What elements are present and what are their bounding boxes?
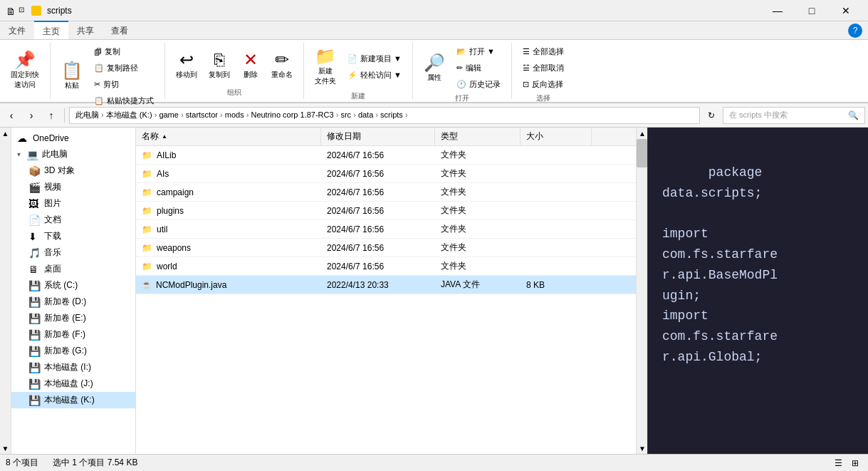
- sidebar-item-music[interactable]: 🎵 音乐: [11, 244, 135, 261]
- select-all-button[interactable]: ☰ 全部选择: [518, 44, 569, 59]
- history-button[interactable]: 🕐 历史记录: [451, 77, 506, 92]
- invert-select-button[interactable]: ⊡ 反向选择: [518, 77, 569, 92]
- folder-icon: 📁: [142, 187, 152, 197]
- sidebar-item-onedrive[interactable]: ☁ OneDrive: [11, 130, 135, 146]
- move-to-button[interactable]: ↩ 移动到: [171, 48, 202, 83]
- preview-scroll-track[interactable]: [637, 139, 647, 442]
- edit-button[interactable]: ✏ 编辑: [451, 61, 506, 76]
- forward-button[interactable]: ›: [23, 107, 40, 124]
- copy-icon: 🗐: [94, 48, 102, 56]
- main-area: ▲ ▼ ☁ OneDrive ▾ 💻 此电脑 📦 3D 对象 🎬 视频: [0, 128, 868, 454]
- table-row[interactable]: ☕ NCModPlugin.java 2022/4/13 20:33 JAVA …: [136, 276, 636, 294]
- tab-view[interactable]: 查看: [103, 21, 137, 39]
- bc-scripts[interactable]: scripts: [380, 110, 403, 119]
- sidebar-item-localK[interactable]: 💾 本地磁盘 (K:): [11, 392, 135, 408]
- bc-k[interactable]: 本地磁盘 (K:): [106, 110, 152, 119]
- tab-home[interactable]: 主页: [34, 21, 68, 39]
- title-bar: 🗎 ⊡ scripts — □ ✕: [0, 0, 868, 21]
- minimize-button[interactable]: —: [761, 0, 794, 21]
- close-button[interactable]: ✕: [830, 0, 862, 21]
- up-button[interactable]: ↑: [43, 107, 60, 124]
- search-bar[interactable]: 在 scripts 中搜索 🔍: [723, 107, 865, 124]
- tab-file[interactable]: 文件: [0, 21, 34, 39]
- file-name-cell: 📁 weapons: [136, 239, 321, 257]
- large-icons-button[interactable]: ⊞: [848, 456, 862, 470]
- address-bar[interactable]: 此电脑 › 本地磁盘 (K:) › game › startsctor › mo…: [69, 107, 700, 124]
- folder-icon: 📁: [142, 224, 152, 234]
- new-item-button[interactable]: 📄 新建项目 ▼: [343, 51, 407, 66]
- preview-scroll-thumb[interactable]: [637, 139, 647, 167]
- file-name-cell: 📁 AIs: [136, 165, 321, 182]
- delete-button[interactable]: ✕ 删除: [236, 48, 265, 83]
- sidebar-item-desktop[interactable]: 🖥 桌面: [11, 261, 135, 277]
- properties-button[interactable]: 🔎 属性: [419, 51, 450, 86]
- copy-path-icon: 📋: [94, 63, 104, 73]
- preview-scroll-up[interactable]: ▲: [637, 128, 648, 139]
- table-row[interactable]: 📁 AILib 2024/6/7 16:56 文件夹: [136, 146, 636, 165]
- newvold-icon: 💾: [28, 296, 40, 308]
- ribbon: 文件 主页 共享 查看 ? 📌 固定到快速访问 📋 粘贴: [0, 21, 868, 103]
- ribbon-select-buttons: ☰ 全部选择 ☱ 全部取消 ⊡ 反向选择: [518, 44, 569, 92]
- table-row[interactable]: 📁 util 2024/6/7 16:56 文件夹: [136, 220, 636, 239]
- refresh-button[interactable]: ↻: [703, 107, 720, 124]
- localI-icon: 💾: [28, 362, 40, 373]
- new-folder-button[interactable]: 📁 新建文件夹: [310, 44, 341, 90]
- sidebar-item-newvolf[interactable]: 💾 新加卷 (F:): [11, 326, 135, 343]
- table-row[interactable]: 📁 AIs 2024/6/7 16:56 文件夹: [136, 165, 636, 183]
- easy-access-button[interactable]: ⚡ 轻松访问 ▼: [343, 68, 407, 83]
- copy-to-button[interactable]: ⎘ 复制到: [204, 48, 235, 83]
- bc-game[interactable]: game: [159, 110, 179, 119]
- pin-quickaccess-button[interactable]: 📌 固定到快速访问: [6, 48, 44, 93]
- rename-button[interactable]: ✏ 重命名: [266, 48, 298, 83]
- file-date-cell: 2024/6/7 16:56: [321, 220, 435, 238]
- bc-startsctor[interactable]: startsctor: [186, 110, 218, 119]
- bc-neutrino[interactable]: Neutrino corp 1.87-RC3: [251, 110, 333, 119]
- help-button[interactable]: ?: [848, 24, 862, 38]
- table-row[interactable]: 📁 weapons 2024/6/7 16:56 文件夹: [136, 239, 636, 257]
- sidebar-item-newvold[interactable]: 💾 新加卷 (D:): [11, 294, 135, 310]
- details-view-button[interactable]: ☰: [831, 456, 845, 470]
- maximize-button[interactable]: □: [795, 0, 828, 21]
- table-row[interactable]: 📁 world 2024/6/7 16:56 文件夹: [136, 257, 636, 276]
- bc-mods[interactable]: mods: [225, 110, 244, 119]
- folder-icon: 📁: [142, 262, 152, 271]
- sidebar-item-thispc[interactable]: ▾ 💻 此电脑: [11, 146, 135, 162]
- sidebar-item-newvolg[interactable]: 💾 新加卷 (G:): [11, 343, 135, 359]
- thispc-expand-icon: ▾: [17, 150, 21, 158]
- file-list-header: 名称 ▲ 修改日期 类型 大小: [136, 128, 636, 146]
- column-type[interactable]: 类型: [435, 128, 521, 145]
- sidebar-item-localJ[interactable]: 💾 本地磁盘 (J:): [11, 376, 135, 392]
- sidebar-item-newvole[interactable]: 💾 新加卷 (E:): [11, 310, 135, 326]
- column-name[interactable]: 名称 ▲: [136, 128, 321, 145]
- table-row[interactable]: 📁 campaign 2024/6/7 16:56 文件夹: [136, 183, 636, 202]
- paste-button[interactable]: 📋 粘贴: [56, 58, 88, 94]
- 3dobjects-icon: 📦: [28, 165, 40, 177]
- ribbon-group-clipboard: 📋 粘贴 🗐 复制 📋 复制路径 ✂ 剪切: [51, 43, 165, 99]
- sidebar-item-videos[interactable]: 🎬 视频: [11, 179, 135, 195]
- sidebar-item-systemc[interactable]: 💾 系统 (C:): [11, 277, 135, 294]
- tab-share[interactable]: 共享: [68, 21, 103, 39]
- copy-button[interactable]: 🗐 复制: [89, 44, 159, 59]
- sidebar-scroll-down[interactable]: ▼: [0, 442, 11, 454]
- column-size[interactable]: 大小: [521, 128, 592, 145]
- sidebar-item-pictures[interactable]: 🖼 图片: [11, 195, 135, 212]
- back-button[interactable]: ‹: [3, 107, 20, 124]
- sidebar-item-documents[interactable]: 📄 文档: [11, 212, 135, 228]
- bc-computer[interactable]: 此电脑: [75, 110, 99, 119]
- column-date[interactable]: 修改日期: [321, 128, 435, 145]
- bc-src[interactable]: src: [340, 110, 351, 119]
- open-button[interactable]: 📂 打开 ▼: [451, 44, 506, 59]
- bc-data[interactable]: data: [358, 110, 373, 119]
- sidebar-item-downloads[interactable]: ⬇ 下载: [11, 228, 135, 244]
- sidebar-item-localI[interactable]: 💾 本地磁盘 (I:): [11, 359, 135, 376]
- search-icon: 🔍: [848, 110, 859, 120]
- ribbon-quickaccess-buttons: 📌 固定到快速访问: [6, 44, 44, 96]
- sidebar-scroll-up[interactable]: ▲: [0, 128, 11, 139]
- delete-icon: ✕: [244, 51, 258, 68]
- select-none-button[interactable]: ☱ 全部取消: [518, 61, 569, 76]
- copy-path-button[interactable]: 📋 复制路径: [89, 61, 159, 76]
- cut-button[interactable]: ✂ 剪切: [89, 77, 159, 92]
- table-row[interactable]: 📁 plugins 2024/6/7 16:56 文件夹: [136, 202, 636, 220]
- preview-scroll-down[interactable]: ▼: [637, 442, 648, 454]
- sidebar-item-3dobjects[interactable]: 📦 3D 对象: [11, 162, 135, 179]
